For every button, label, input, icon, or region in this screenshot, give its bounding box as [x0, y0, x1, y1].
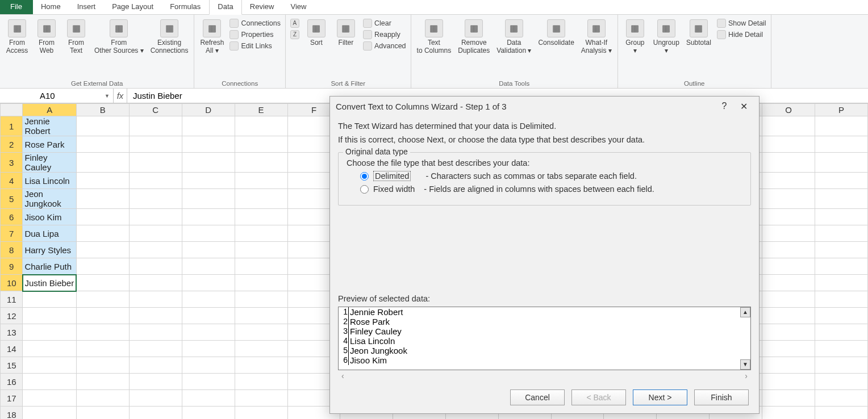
select-all-corner[interactable] — [1, 104, 23, 116]
ribbon-connections[interactable]: Connections — [228, 18, 282, 28]
ribbon-hide-detail[interactable]: Hide Detail — [716, 30, 767, 40]
help-icon[interactable]: ? — [715, 101, 734, 111]
col-header-D[interactable]: D — [182, 104, 235, 116]
cell-A1[interactable]: Jennie Robert — [23, 116, 76, 136]
cell-B9[interactable] — [76, 258, 129, 275]
tab-page-layout[interactable]: Page Layout — [104, 0, 162, 14]
cell-P18[interactable] — [815, 407, 868, 420]
row-header-8[interactable]: 8 — [1, 242, 23, 258]
cell-P1[interactable] — [815, 116, 868, 136]
cell-O8[interactable] — [762, 242, 815, 258]
cell-E6[interactable] — [235, 209, 287, 225]
cell-O5[interactable] — [762, 189, 815, 209]
scroll-down-icon[interactable]: ▼ — [740, 359, 750, 370]
row-header-5[interactable]: 5 — [1, 189, 23, 209]
cell-E15[interactable] — [235, 357, 287, 374]
cell-P12[interactable] — [815, 308, 868, 324]
cell-A16[interactable] — [23, 374, 76, 390]
col-header-O[interactable]: O — [762, 104, 815, 116]
cell-P8[interactable] — [815, 242, 868, 258]
name-box[interactable]: A10 ▼ — [0, 89, 114, 103]
sort-A↓Z[interactable]: A — [289, 18, 301, 28]
cell-P16[interactable] — [815, 374, 868, 390]
row-header-14[interactable]: 14 — [1, 341, 23, 357]
ribbon-refresh-all-[interactable]: ▦RefreshAll ▾ — [198, 18, 226, 56]
cell-B10[interactable] — [76, 275, 129, 291]
cell-D10[interactable] — [182, 275, 235, 291]
cell-O11[interactable] — [762, 291, 815, 308]
row-header-18[interactable]: 18 — [1, 407, 23, 420]
cell-O3[interactable] — [762, 153, 815, 173]
cell-O13[interactable] — [762, 324, 815, 341]
cell-D3[interactable] — [182, 153, 235, 173]
cell-B18[interactable] — [76, 407, 129, 420]
row-header-11[interactable]: 11 — [1, 291, 23, 308]
ribbon-sort[interactable]: ▦Sort — [303, 18, 330, 48]
cell-B12[interactable] — [76, 308, 129, 324]
cell-A8[interactable]: Harry Styles — [23, 242, 76, 258]
cell-D6[interactable] — [182, 209, 235, 225]
row-header-4[interactable]: 4 — [1, 173, 23, 189]
cell-C2[interactable] — [129, 136, 182, 153]
cell-B13[interactable] — [76, 324, 129, 341]
row-header-17[interactable]: 17 — [1, 390, 23, 407]
cell-P11[interactable] — [815, 291, 868, 308]
ribbon-group-[interactable]: ▦Group▾ — [621, 18, 649, 56]
cell-P3[interactable] — [815, 153, 868, 173]
row-header-6[interactable]: 6 — [1, 209, 23, 225]
ribbon-data-validation-[interactable]: ▦DataValidation ▾ — [494, 18, 533, 56]
cell-A10[interactable]: Justin Bieber — [23, 275, 76, 291]
cell-A13[interactable] — [23, 324, 76, 341]
col-header-C[interactable]: C — [129, 104, 182, 116]
option-delimited[interactable]: Delimited - Characters such as commas or… — [360, 171, 742, 181]
cell-E5[interactable] — [235, 189, 287, 209]
cell-E14[interactable] — [235, 341, 287, 357]
cell-C9[interactable] — [129, 258, 182, 275]
cell-C18[interactable] — [129, 407, 182, 420]
ribbon-edit-links[interactable]: Edit Links — [228, 41, 282, 51]
cell-A15[interactable] — [23, 357, 76, 374]
cell-C3[interactable] — [129, 153, 182, 173]
cell-C15[interactable] — [129, 357, 182, 374]
name-box-dropdown-icon[interactable]: ▼ — [105, 93, 110, 99]
cell-A14[interactable] — [23, 341, 76, 357]
ribbon-from-web[interactable]: ▦FromWeb — [33, 18, 60, 56]
ribbon-remove-duplicates[interactable]: ▦RemoveDuplicates — [456, 18, 492, 56]
cell-O1[interactable] — [762, 116, 815, 136]
cell-O17[interactable] — [762, 390, 815, 407]
ribbon-clear[interactable]: Clear — [362, 18, 407, 28]
row-header-3[interactable]: 3 — [1, 153, 23, 173]
cell-C4[interactable] — [129, 173, 182, 189]
next-button[interactable]: Next > — [633, 389, 687, 405]
fx-icon[interactable]: fx — [114, 89, 127, 103]
ribbon-consolidate[interactable]: ▦Consolidate — [536, 18, 576, 48]
cell-D11[interactable] — [182, 291, 235, 308]
cell-C7[interactable] — [129, 225, 182, 242]
cell-O4[interactable] — [762, 173, 815, 189]
scroll-left-icon[interactable]: ‹ — [341, 371, 344, 380]
cell-E9[interactable] — [235, 258, 287, 275]
cell-D2[interactable] — [182, 136, 235, 153]
close-icon[interactable]: ✕ — [734, 101, 753, 112]
cell-A5[interactable]: Jeon Jungkook — [23, 189, 76, 209]
cell-B7[interactable] — [76, 225, 129, 242]
cell-P4[interactable] — [815, 173, 868, 189]
cell-C14[interactable] — [129, 341, 182, 357]
cell-C1[interactable] — [129, 116, 182, 136]
cell-E12[interactable] — [235, 308, 287, 324]
cell-B5[interactable] — [76, 189, 129, 209]
cell-B16[interactable] — [76, 374, 129, 390]
cell-O10[interactable] — [762, 275, 815, 291]
cell-O6[interactable] — [762, 209, 815, 225]
ribbon-properties[interactable]: Properties — [228, 30, 282, 40]
cell-E3[interactable] — [235, 153, 287, 173]
cell-P17[interactable] — [815, 390, 868, 407]
cell-E4[interactable] — [235, 173, 287, 189]
cell-E18[interactable] — [235, 407, 287, 420]
cell-D16[interactable] — [182, 374, 235, 390]
cell-C6[interactable] — [129, 209, 182, 225]
row-header-13[interactable]: 13 — [1, 324, 23, 341]
cell-P9[interactable] — [815, 258, 868, 275]
cell-C8[interactable] — [129, 242, 182, 258]
ribbon-what-if-analysis-[interactable]: ▦What-IfAnalysis ▾ — [579, 18, 614, 56]
